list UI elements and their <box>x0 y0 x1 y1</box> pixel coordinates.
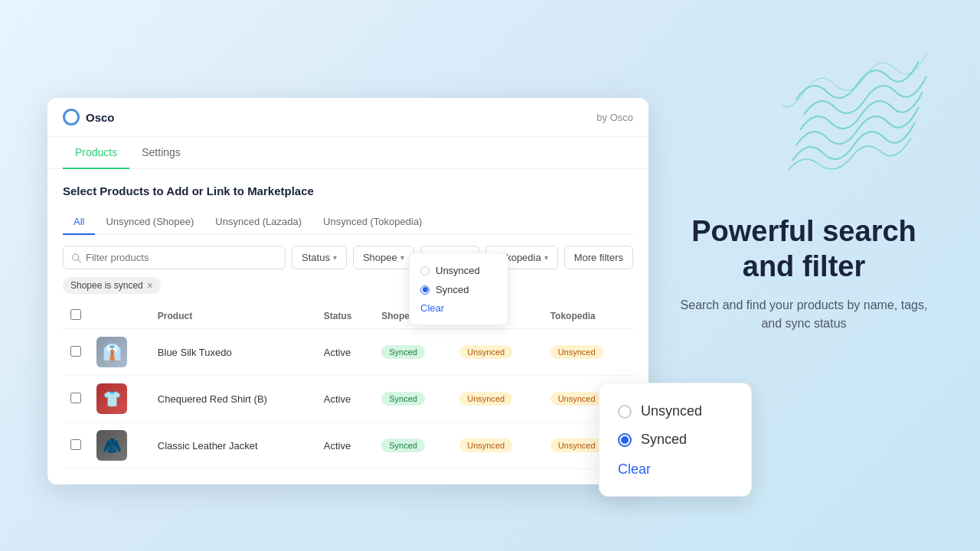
row3-product-name: Classic Leather Jacket <box>150 422 316 469</box>
row2-status: Active <box>316 376 374 422</box>
shopee-dropdown-large: Unsynced Synced Clear <box>599 383 752 497</box>
large-option-unsynced[interactable]: Unsynced <box>618 397 733 425</box>
row3-status: Active <box>316 422 374 469</box>
remove-filter-icon[interactable]: × <box>147 279 153 292</box>
large-unsynced-radio-outer <box>618 405 632 419</box>
product3-img-icon: 🧥 <box>103 436 122 455</box>
app-content: Select Products to Add or Link to Market… <box>47 169 648 484</box>
row3-tokopedia-badge: Unsynced <box>550 439 603 452</box>
row1-checkbox-cell <box>63 329 89 376</box>
status-filter-button[interactable]: Status ▾ <box>292 246 347 269</box>
shopee-filter-button[interactable]: Shopee ▾ <box>353 246 414 269</box>
small-synced-label: Synced <box>436 284 469 295</box>
row3-checkbox[interactable] <box>70 439 81 450</box>
app-logo: Osco <box>63 109 115 126</box>
row2-image-cell: 👕 <box>89 376 150 422</box>
app-window: Osco by Osco Products Settings Select Pr… <box>47 98 648 484</box>
right-panel-title: Powerful search and filter <box>674 214 934 284</box>
table-row: 🧥 Classic Leather Jacket Active Synced U… <box>63 422 633 469</box>
filter-tag-label: Shopee is synced <box>70 280 143 291</box>
row3-lazada: Unsynced <box>452 422 542 469</box>
table-row: 👔 Blue Silk Tuxedo Active Synced Unsynce… <box>63 329 633 376</box>
table-header-row: Product Status Shopee Lazada Tokopedia <box>63 303 633 329</box>
row1-checkbox[interactable] <box>70 346 81 357</box>
header-tokopedia-col: Tokopedia <box>543 303 633 329</box>
wave-decoration <box>781 46 934 184</box>
header-status-col: Status <box>316 303 374 329</box>
search-icon <box>71 253 81 263</box>
more-filters-label: More filters <box>574 252 623 263</box>
header-product-col: Product <box>150 303 316 329</box>
product2-img-icon: 👕 <box>103 390 122 408</box>
large-synced-radio-inner <box>621 436 629 444</box>
filter-tab-shopee[interactable]: Unsynced (Shopee) <box>95 210 204 235</box>
small-clear-button[interactable]: Clear <box>420 299 497 317</box>
row1-tokopedia-badge: Unsynced <box>550 345 603 359</box>
page-title: Select Products to Add or Link to Market… <box>63 184 633 197</box>
row1-product-name: Blue Silk Tuxedo <box>150 329 316 376</box>
right-panel: Powerful search and filter Search and fi… <box>674 214 934 333</box>
right-panel-subtitle: Search and find your products by name, t… <box>674 296 934 333</box>
row2-product-image: 👕 <box>96 383 127 414</box>
status-chevron-icon: ▾ <box>333 253 337 262</box>
logo-icon <box>63 109 80 126</box>
more-filters-button[interactable]: More filters <box>564 246 633 269</box>
search-filter-row: Status ▾ Shopee ▾ Lazada ▾ Tokopedia ▾ M… <box>63 246 633 269</box>
row1-image-cell: 👔 <box>89 329 150 376</box>
select-all-checkbox[interactable] <box>70 309 81 320</box>
row1-shopee-badge: Synced <box>381 345 425 359</box>
row2-product-name: Chequered Red Shirt (B) <box>150 376 316 422</box>
row2-checkbox[interactable] <box>70 393 81 403</box>
row1-tokopedia: Unsynced <box>543 329 633 376</box>
small-option-unsynced[interactable]: Unsynced <box>420 261 497 280</box>
large-synced-label: Synced <box>641 432 687 448</box>
header-image-col <box>89 303 150 329</box>
row3-product-image: 🧥 <box>96 430 127 461</box>
row1-lazada-badge: Unsynced <box>459 345 512 359</box>
row3-shopee-badge: Synced <box>381 439 425 452</box>
small-option-synced[interactable]: Synced <box>420 280 497 299</box>
shopee-chevron-icon: ▾ <box>400 253 404 262</box>
large-option-synced[interactable]: Synced <box>618 425 733 454</box>
nav-tab-products[interactable]: Products <box>63 137 129 169</box>
large-clear-button[interactable]: Clear <box>618 457 733 482</box>
row2-checkbox-cell <box>63 376 89 422</box>
row2-lazada: Unsynced <box>452 376 542 422</box>
header-checkbox-cell <box>63 303 89 329</box>
filter-tabs: All Unsynced (Shopee) Unsynced (Lazada) … <box>63 210 633 235</box>
product1-img-icon: 👔 <box>103 343 122 361</box>
nav-tab-settings[interactable]: Settings <box>129 137 193 169</box>
large-synced-radio-outer <box>618 433 632 447</box>
filter-tab-lazada[interactable]: Unsynced (Lazada) <box>204 210 312 235</box>
row3-image-cell: 🧥 <box>89 422 150 469</box>
row3-shopee: Synced <box>374 422 452 469</box>
small-unsynced-radio-outer <box>420 266 430 276</box>
table-row: 👕 Chequered Red Shirt (B) Active Synced … <box>63 376 633 422</box>
row2-shopee-badge: Synced <box>381 392 425 406</box>
small-unsynced-label: Unsynced <box>436 265 480 276</box>
row3-checkbox-cell <box>63 422 89 469</box>
row2-shopee: Synced <box>374 376 452 422</box>
row1-product-image: 👔 <box>96 337 127 367</box>
table-body: 👔 Blue Silk Tuxedo Active Synced Unsynce… <box>63 329 633 469</box>
status-label: Status <box>302 252 330 263</box>
active-filters: Shopee is synced × <box>63 277 633 294</box>
tokopedia-chevron-icon: ▾ <box>544 253 548 262</box>
logo-text: Osco <box>86 111 115 124</box>
shopee-label: Shopee <box>363 252 397 263</box>
app-header: Osco by Osco <box>47 98 648 137</box>
row1-status: Active <box>316 329 374 376</box>
filter-tab-tokopedia[interactable]: Unsynced (Tokopedia) <box>312 210 433 235</box>
shopee-synced-tag: Shopee is synced × <box>63 277 161 294</box>
by-osco-text: by Osco <box>596 112 633 123</box>
small-synced-radio-inner <box>423 287 428 292</box>
shopee-dropdown-small: Unsynced Synced Clear <box>409 253 508 325</box>
search-box <box>63 246 286 269</box>
search-input[interactable] <box>86 252 277 263</box>
row2-lazada-badge: Unsynced <box>459 392 512 406</box>
row2-tokopedia-badge: Unsynced <box>550 392 603 406</box>
filter-tab-all[interactable]: All <box>63 210 95 235</box>
app-nav: Products Settings <box>47 137 648 169</box>
row1-lazada: Unsynced <box>452 329 542 376</box>
row3-lazada-badge: Unsynced <box>459 439 512 452</box>
